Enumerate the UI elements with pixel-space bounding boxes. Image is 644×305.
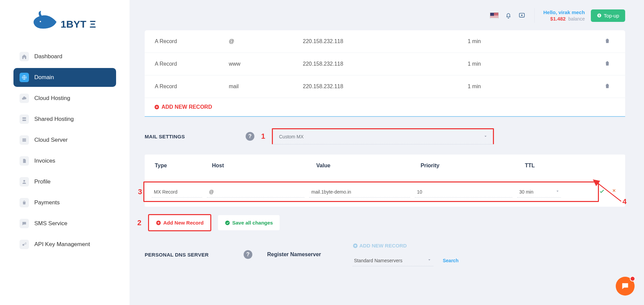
delete-button[interactable]	[535, 83, 615, 90]
server-rack-icon	[20, 114, 29, 124]
mx-ttl-select[interactable]: 30 min	[517, 186, 561, 198]
brand-logo[interactable]: 1BYT Ξ	[28, 7, 102, 40]
col-priority: Priority	[421, 163, 525, 169]
button-row: 2 Add New Record Save all changes	[145, 214, 625, 231]
svg-line-18	[594, 180, 621, 201]
sidebar-item-invoices[interactable]: Invoices	[13, 151, 116, 170]
mail-select-value: Custom MX	[279, 134, 303, 139]
cell-host: @	[229, 38, 303, 44]
mail-settings-title: MAIL SETTINGS	[145, 134, 239, 139]
header-bar: Hello, virak mech $1.482 balance $ Top-u…	[130, 0, 644, 31]
mx-type-field[interactable]: MX Record	[152, 186, 202, 198]
sidebar-item-payments[interactable]: Payments	[13, 193, 116, 212]
sidebar-item-label: Invoices	[34, 158, 55, 164]
nameserver-value: Standard Nameservers	[354, 258, 402, 263]
cloud-icon	[20, 94, 29, 103]
save-all-button[interactable]: Save all changes	[218, 215, 280, 230]
annotation-4: 4	[622, 197, 627, 206]
add-new-record-label: ADD NEW RECORD	[162, 104, 212, 110]
sidebar-item-label: Dashboard	[34, 53, 62, 60]
mx-records-panel: Type Host Value Priority TTL 3 MX Record…	[145, 155, 625, 207]
svg-point-10	[23, 244, 24, 246]
chat-bubble-icon	[621, 282, 630, 291]
divider	[534, 8, 535, 23]
plus-circle-icon	[353, 243, 358, 248]
delete-button[interactable]	[535, 38, 615, 45]
trash-icon	[604, 60, 610, 66]
chevron-down-icon	[556, 189, 560, 194]
chevron-down-icon	[427, 258, 431, 263]
mx-edit-row: 3 MX Record @ mail.1byte-demo.in 10 30 m…	[145, 177, 625, 207]
svg-rect-7	[23, 140, 26, 141]
search-link[interactable]: Search	[443, 258, 459, 263]
topup-button[interactable]: $ Top-up	[591, 9, 625, 22]
a-records-table: A Record @ 220.158.232.118 1 min A Recor…	[145, 30, 625, 117]
cell-type: A Record	[155, 38, 229, 44]
dns-right-col: ADD NEW RECORD Standard Nameservers Sear…	[353, 243, 459, 266]
sidebar-item-shared-hosting[interactable]: Shared Hosting	[13, 110, 116, 129]
save-all-label: Save all changes	[232, 220, 273, 226]
message-icon[interactable]	[518, 12, 526, 19]
chat-fab[interactable]	[616, 277, 635, 296]
svg-text:1BYT: 1BYT	[61, 19, 86, 30]
balance-amount: $1.482	[550, 16, 566, 22]
topup-label: Top-up	[604, 13, 619, 19]
mx-host-input[interactable]: @	[207, 186, 305, 198]
sidebar-item-domain[interactable]: Domain	[13, 68, 116, 87]
personal-dns-title: PERSONAL DNS SERVER	[145, 252, 236, 258]
home-icon	[20, 52, 29, 61]
sidebar-item-api[interactable]: API Key Management	[13, 235, 116, 254]
sidebar-item-label: API Key Management	[34, 241, 90, 248]
cell-value: 220.158.232.118	[303, 38, 468, 44]
balance: $1.482 balance	[543, 15, 585, 22]
svg-rect-8	[23, 141, 26, 142]
col-type: Type	[155, 163, 212, 169]
cell-ttl: 1 min	[468, 83, 535, 90]
add-new-record-button-top[interactable]: ADD NEW RECORD	[145, 98, 625, 117]
sidebar-item-dashboard[interactable]: Dashboard	[13, 47, 116, 66]
nameserver-select[interactable]: Standard Nameservers	[353, 255, 433, 266]
annotation-1: 1	[261, 132, 265, 141]
help-icon[interactable]: ?	[246, 132, 254, 141]
add-new-record-light-button[interactable]: ADD NEW RECORD	[353, 243, 459, 248]
col-ttl: TTL	[525, 163, 615, 169]
mail-type-select[interactable]: Custom MX	[272, 128, 494, 144]
svg-point-9	[23, 180, 25, 182]
delete-button[interactable]	[535, 60, 615, 68]
nav: Dashboard Domain Cloud Hosting Shared Ho…	[0, 47, 130, 254]
chevron-down-icon	[484, 134, 488, 139]
flag-us-icon[interactable]	[490, 12, 499, 19]
sidebar-item-cloud-server[interactable]: Cloud Server	[13, 131, 116, 149]
sidebar-item-cloud-hosting[interactable]: Cloud Hosting	[13, 89, 116, 108]
dollar-icon: $	[597, 13, 602, 18]
sidebar-item-profile[interactable]: Profile	[13, 172, 116, 191]
sidebar-item-label: Payments	[34, 199, 60, 206]
mx-priority-input[interactable]: 10	[415, 186, 512, 198]
help-icon[interactable]: ?	[244, 250, 252, 259]
sidebar-item-label: Cloud Hosting	[34, 95, 70, 102]
stack-icon	[20, 135, 29, 145]
sidebar: 1BYT Ξ Dashboard Domain Cloud Hosting Sh…	[0, 0, 130, 305]
cell-type: A Record	[155, 61, 229, 67]
user-block[interactable]: Hello, virak mech $1.482 balance	[543, 9, 585, 22]
svg-rect-6	[23, 138, 26, 139]
mx-value-input[interactable]: mail.1byte-demo.in	[309, 186, 410, 198]
sidebar-item-sms[interactable]: SMS Service	[13, 214, 116, 233]
annotation-arrow-4: 4	[589, 176, 629, 206]
svg-rect-4	[23, 117, 26, 119]
add-new-record-button[interactable]: Add New Record	[148, 214, 211, 231]
plus-circle-icon	[154, 104, 159, 110]
sidebar-item-label: SMS Service	[34, 220, 67, 227]
col-host: Host	[212, 163, 316, 169]
user-icon	[20, 177, 29, 187]
annotation-3: 3	[138, 188, 142, 196]
svg-text:Ξ: Ξ	[90, 19, 96, 30]
svg-rect-5	[23, 120, 26, 121]
bell-icon[interactable]	[505, 12, 512, 19]
mx-edit-fields: MX Record @ mail.1byte-demo.in 10 30 min	[143, 181, 599, 202]
sidebar-item-label: Shared Hosting	[34, 116, 74, 123]
table-row: A Record @ 220.158.232.118 1 min	[145, 30, 625, 53]
add-new-record-light-label: ADD NEW RECORD	[359, 243, 407, 248]
sidebar-item-label: Cloud Server	[34, 137, 68, 143]
svg-text:$: $	[599, 14, 600, 17]
